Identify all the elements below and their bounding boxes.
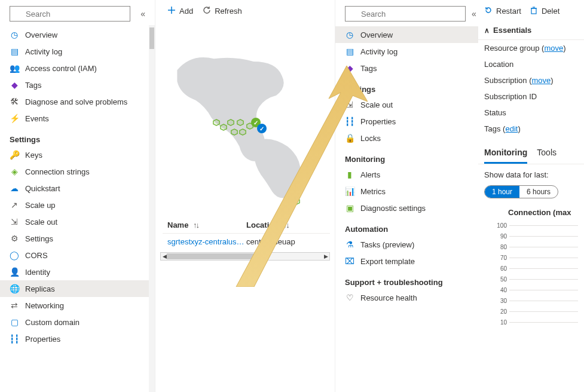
region-marker[interactable] — [239, 128, 246, 136]
nav-item-scale-out[interactable]: ⇲Scale out — [335, 96, 478, 113]
nav-item-tags[interactable]: ◆Tags — [0, 76, 155, 93]
nav-item-diagnostic-settings[interactable]: ▣Diagnostic settings — [335, 200, 478, 216]
add-button[interactable]: Add — [167, 6, 193, 16]
settings-icon: ⚙ — [10, 234, 19, 243]
svg-marker-9 — [240, 129, 246, 135]
nav-item-tags[interactable]: ◆Tags — [335, 60, 478, 76]
pill-6hours[interactable]: 6 hours — [519, 186, 558, 198]
nav-item-activity-log[interactable]: ▤Activity log — [0, 43, 155, 60]
horizontal-scrollbar[interactable]: ◀▶ — [160, 252, 330, 261]
nav-item-label: Custom domain — [25, 318, 80, 327]
chart-gridline: 40 — [509, 290, 578, 290]
nav-item-keys[interactable]: 🔑Keys — [0, 146, 155, 163]
delete-button[interactable]: Delet — [530, 6, 559, 16]
refresh-label: Refresh — [215, 7, 242, 16]
region-marker[interactable] — [227, 119, 234, 126]
nav-item-locks[interactable]: 🔒Locks — [335, 130, 478, 146]
nav-item-label: Export template — [360, 257, 415, 266]
tab-tools[interactable]: Tools — [537, 148, 557, 164]
nav-item-label: Tasks (preview) — [360, 240, 414, 249]
trash-icon — [530, 6, 538, 16]
column-name[interactable]: Name ↑↓ — [167, 220, 246, 229]
plus-icon — [167, 6, 176, 16]
region-marker[interactable] — [220, 124, 227, 131]
nav-item-label: Replicas — [25, 284, 55, 293]
nav-item-tasks[interactable]: ⚗Tasks (preview) — [335, 236, 478, 253]
restart-button[interactable]: Restart — [484, 6, 521, 16]
nav-item-overview[interactable]: ◷Overview — [335, 26, 478, 43]
essentials-toggle[interactable]: ∧ Essentials — [478, 21, 584, 40]
locks-icon: 🔒 — [345, 133, 354, 143]
nav-item-cors[interactable]: ◯CORS — [0, 247, 155, 264]
nav-item-networking[interactable]: ⇄Networking — [0, 297, 155, 314]
move-link[interactable]: move — [532, 76, 551, 85]
nav-item-activity-log[interactable]: ▤Activity log — [335, 43, 478, 60]
region-marker[interactable] — [293, 198, 300, 205]
chevron-up-icon: ∧ — [484, 26, 490, 35]
nav-item-export-template[interactable]: ⌧Export template — [335, 253, 478, 270]
quickstart-icon: ☁ — [10, 183, 19, 193]
svg-marker-8 — [237, 120, 243, 125]
nav-item-resource-health[interactable]: ♡Resource health — [335, 289, 478, 306]
nav-item-settings[interactable]: ⚙Settings — [0, 230, 155, 247]
events-icon: ⚡ — [10, 114, 19, 123]
nav-item-scale-up[interactable]: ↗Scale up — [0, 197, 155, 213]
nav-item-properties[interactable]: ┇┇Properties — [0, 330, 155, 347]
nav-item-identity[interactable]: 👤Identity — [0, 264, 155, 280]
region-marker[interactable] — [213, 119, 220, 126]
nav-item-properties[interactable]: ┇┇Properties — [335, 113, 478, 130]
nav-section: Support + troubleshooting — [335, 270, 478, 289]
nav-section: Monitoring — [335, 146, 478, 166]
region-marker[interactable] — [237, 119, 244, 126]
nav-item-quickstart[interactable]: ☁Quickstart — [0, 180, 155, 197]
overview-icon: ◷ — [10, 30, 19, 39]
nav-item-access-control[interactable]: 👥Access control (IAM) — [0, 60, 155, 76]
export-template-icon: ⌧ — [345, 256, 354, 266]
nav-item-scale-out[interactable]: ⇲Scale out — [0, 213, 155, 230]
region-marker[interactable] — [231, 128, 238, 136]
nav-item-label: Metrics — [360, 187, 386, 196]
tab-monitoring[interactable]: Monitoring — [484, 148, 527, 164]
info-resource-group: Resource group (move) — [478, 40, 584, 56]
replica-link[interactable]: sgrtestxyz-centraluseu… — [167, 237, 246, 246]
svg-marker-5 — [221, 124, 227, 130]
nav-item-alerts[interactable]: ▮Alerts — [335, 166, 478, 183]
refresh-button[interactable]: Refresh — [203, 6, 242, 16]
chart-gridline: 20 — [509, 311, 578, 312]
chart-gridline: 10 — [509, 322, 578, 323]
column-location[interactable]: Location ↑↓ — [246, 220, 325, 229]
add-label: Add — [179, 7, 193, 16]
search-input-right[interactable] — [345, 6, 466, 22]
overview-icon: ◷ — [345, 30, 354, 39]
scale-out-icon: ⇲ — [10, 217, 19, 226]
restart-label: Restart — [496, 7, 521, 16]
collapse-right-icon[interactable]: « — [469, 9, 479, 19]
search-input-left[interactable] — [10, 6, 130, 22]
nav-item-label: Scale up — [25, 201, 56, 210]
alerts-icon: ▮ — [345, 170, 354, 179]
nav-item-connection-strings[interactable]: ◈Connection strings — [0, 163, 155, 180]
region-marker-active[interactable]: ✓ — [257, 124, 264, 131]
nav-item-diagnose[interactable]: 🛠Diagnose and solve problems — [0, 93, 155, 110]
nav-item-label: Locks — [360, 134, 381, 143]
move-link[interactable]: move — [544, 44, 563, 53]
nav-item-metrics[interactable]: 📊Metrics — [335, 183, 478, 200]
table-header-row: Name ↑↓ Location ↑↓ — [163, 217, 330, 234]
diagnostic-settings-icon: ▣ — [345, 203, 354, 213]
info-status: Status — [478, 105, 584, 121]
pill-1hour[interactable]: 1 hour — [485, 186, 519, 198]
networking-icon: ⇄ — [10, 301, 19, 310]
nav-item-custom-domain[interactable]: ▢Custom domain — [0, 314, 155, 330]
chart-gridline: 90 — [509, 236, 578, 237]
nav-item-label: Settings — [25, 234, 53, 243]
collapse-left-icon[interactable]: « — [138, 9, 148, 19]
nav-item-label: Tags — [360, 64, 377, 73]
properties-icon: ┇┇ — [10, 334, 19, 344]
scrollbar[interactable] — [149, 25, 155, 392]
table-row[interactable]: sgrtestxyz-centraluseu…centraluseuap — [163, 234, 330, 250]
nav-item-replicas[interactable]: 🌐Replicas — [0, 280, 155, 297]
edit-link[interactable]: edit — [505, 124, 518, 133]
activity-log-icon: ▤ — [345, 47, 354, 56]
nav-item-events[interactable]: ⚡Events — [0, 110, 155, 127]
nav-item-overview[interactable]: ◷Overview — [0, 26, 155, 43]
